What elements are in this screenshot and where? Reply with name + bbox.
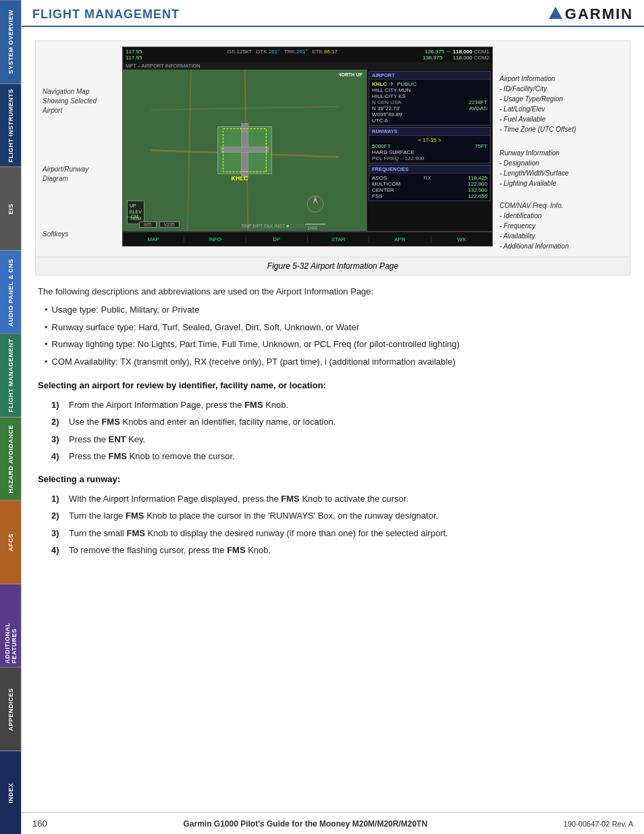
frequencies-box-content: ASOS RX 118.425 MULTICOM 122.800: [369, 174, 490, 201]
right-annotations-panel: Airport Information - ID/Facility/City -…: [500, 47, 624, 251]
sidebar: SYSTEM OVERVIEW FLIGHT INSTRUMENTS EIS A…: [0, 0, 22, 834]
freq-multicom-name: MULTICOM: [372, 181, 400, 187]
content-area: Navigation Map Showing Selected Airport …: [22, 27, 644, 812]
airport-name: HILL CITY MUN: [372, 87, 487, 93]
airport-utc: UTC-6: [372, 118, 487, 124]
section1-heading: Selecting an airport for review by ident…: [38, 379, 628, 393]
section2-step-4: 4) To remove the flashing cursor, press …: [51, 544, 628, 557]
runways-info-box: RUNWAYS < 17-35 > 5000FT 75FT HARD SURFA…: [369, 127, 491, 163]
garmin-triangle-icon: [549, 7, 562, 19]
section1-step-2: 2) Use the FMS Knobs and enter an identi…: [51, 415, 628, 429]
intro-paragraph: The following descriptions and abbreviat…: [38, 285, 628, 299]
bullet-1: • Usage type: Public, Military, or Priva…: [45, 303, 628, 317]
freq-fss-val: 122.650: [468, 193, 487, 199]
elev-trim-box: UP ELEV TRIM: [127, 201, 144, 224]
softkeys-annotation: Softkeys: [43, 230, 68, 238]
airport-box-content: KHLC ✈ PUBLIC HILL CITY MUN HILL CITY KS…: [369, 80, 490, 125]
svg-rect-7: [221, 147, 269, 153]
sidebar-item-audio-panel-cns[interactable]: AUDIO PANEL & CNS: [0, 251, 21, 334]
softkey-info[interactable]: INFO: [184, 236, 246, 242]
section1-steps: 1) From the Airport Information Page, pr…: [51, 398, 628, 463]
svg-text:KHLC: KHLC: [232, 175, 248, 182]
sidebar-item-system-overview[interactable]: SYSTEM OVERVIEW: [0, 0, 21, 84]
status-bar: 117.95117.95 GS 125KT DTK 261° TRK 261° …: [122, 47, 493, 62]
airport-id: KHLC: [372, 81, 387, 87]
airport-fuel: AVGAS: [469, 105, 487, 111]
airport-type: PUBLIC: [397, 81, 417, 87]
freq-asos-val: 118.425: [468, 175, 487, 181]
rnp-bar: RNP MPT FAX INST ■ □ □ □ □: [242, 224, 306, 228]
map-view: NORTH UP: [123, 70, 367, 231]
footer-doc-number: 190-00647-02 Rev. A: [564, 820, 633, 828]
bullet-2: • Runway surface type: Hard, Turf, Seale…: [45, 321, 628, 335]
garmin-logo: GARMIN: [549, 5, 633, 23]
frequencies-info-box: FREQUENCIES ASOS RX 118.425 MULTICOM: [369, 165, 491, 201]
section2-step-1: 1) With the Airport Information Page dis…: [51, 492, 628, 506]
freq-asos-name: ASOS: [372, 175, 387, 181]
runway-width: 75FT: [475, 143, 487, 149]
airport-lat: N 39°22.73': [372, 105, 400, 111]
softkey-wx[interactable]: WX: [431, 236, 492, 242]
screen-body: NORTH UP: [122, 70, 493, 232]
frequencies-box-header: FREQUENCIES: [369, 165, 490, 174]
section2-heading: Selecting a runway:: [38, 473, 628, 487]
nav-map-annotation: Navigation Map Showing Selected Airport: [43, 87, 115, 115]
section2-step-3: 3) Turn the small FMS Knob to display th…: [51, 527, 628, 540]
mpt-bar: MPT – AIRPORT INFORMATION: [122, 62, 493, 70]
softkeys-bar: MAP INFO DP STAR APR WX: [122, 232, 493, 246]
airport-box-header: AIRPORT: [369, 72, 490, 80]
section1-step-1: 1) From the Airport Information Page, pr…: [51, 398, 628, 412]
comnav-info-annotation: COM/NAV Freq. Info. - Identification - F…: [500, 201, 624, 251]
sidebar-item-appendices[interactable]: APPENDICES: [0, 667, 21, 751]
sidebar-item-additional-features[interactable]: ADDITIONAL FEATURES: [0, 584, 21, 668]
figure-container: Navigation Map Showing Selected Airport …: [35, 41, 630, 276]
runway-pcl: PCL FREQ – 122.800: [372, 155, 487, 161]
section1-step-3: 3) Press the ENT Key.: [51, 433, 628, 446]
right-info-panel: AIRPORT KHLC ✈ PUBLIC HILL CITY MUN HILL…: [367, 70, 492, 231]
bullet-4: • COM Availability: TX (transmit only), …: [45, 355, 628, 369]
sidebar-item-flight-management[interactable]: FLIGHT MANAGEMENT: [0, 334, 21, 417]
page-header: FLIGHT MANAGEMENT GARMIN: [22, 0, 644, 27]
runways-box-header: RUNWAYS: [369, 128, 490, 136]
runway-designation: < 17-35 >: [372, 137, 487, 143]
freq-center-val: 132.500: [468, 187, 487, 193]
map-svg: KHLC 1NM: [123, 70, 367, 231]
airport-elev: 2238FT: [468, 99, 487, 105]
map-bottom-label: – CM: [127, 214, 138, 219]
map-scale-bar: 865 V235: [139, 222, 180, 227]
softkey-dp[interactable]: DP: [246, 236, 308, 242]
sidebar-item-flight-instruments[interactable]: FLIGHT INSTRUMENTS: [0, 84, 21, 167]
softkey-apr[interactable]: APR: [369, 236, 431, 242]
avionics-screen: 117.95117.95 GS 125KT DTK 261° TRK 261° …: [122, 47, 493, 251]
sidebar-item-hazard-avoidance[interactable]: HAZARD AVOIDANCE: [0, 417, 21, 501]
page-footer: 160 Garmin G1000 Pilot's Guide for the M…: [22, 812, 644, 834]
footer-document-title: Garmin G1000 Pilot's Guide for the Moone…: [183, 819, 427, 829]
main-content: FLIGHT MANAGEMENT GARMIN Navigation Map …: [22, 0, 644, 834]
airport-region: N CEN USA: [372, 99, 402, 105]
section2-step-2: 2) Turn the large FMS Knob to place the …: [51, 509, 628, 523]
section1-step-4: 4) Press the FMS Knob to remove the curs…: [51, 450, 628, 463]
airport-runway-annotation: Airport/RunwayDiagram: [43, 165, 88, 184]
sidebar-item-eis[interactable]: EIS: [0, 167, 21, 251]
airport-city: HILL CITY KS: [372, 93, 487, 99]
freq-fss-name: FSS: [372, 193, 383, 199]
softkey-map[interactable]: MAP: [123, 236, 184, 242]
figure-caption: Figure 5-32 Airport Information Page: [36, 257, 630, 275]
page-title: FLIGHT MANAGEMENT: [32, 7, 180, 22]
runway-info-annotation: Runway Information - Designation - Lengt…: [500, 148, 624, 188]
freq-multicom-val: 122.800: [468, 181, 487, 187]
body-text: The following descriptions and abbreviat…: [35, 280, 630, 567]
bullet-3: • Runway lighting type: No Lights, Part …: [45, 338, 628, 352]
runways-box-content: < 17-35 > 5000FT 75FT HARD SURFACE PCL F…: [369, 136, 490, 163]
sidebar-item-afcs[interactable]: AFCS: [0, 500, 21, 584]
runway-surface: HARD SURFACE: [372, 149, 487, 155]
runway-length: 5000FT: [372, 143, 391, 149]
freq-center-name: CENTER: [372, 187, 394, 193]
garmin-wordmark: GARMIN: [565, 5, 633, 23]
airport-info-annotation: Airport Information - ID/Facility/City -…: [500, 74, 624, 134]
sidebar-item-index[interactable]: INDEX: [0, 751, 21, 835]
airport-lon: W099°49.89': [372, 111, 487, 118]
section2-steps: 1) With the Airport Information Page dis…: [51, 492, 628, 557]
softkey-star[interactable]: STAR: [308, 236, 369, 242]
airport-info-box: AIRPORT KHLC ✈ PUBLIC HILL CITY MUN HILL…: [369, 71, 491, 126]
